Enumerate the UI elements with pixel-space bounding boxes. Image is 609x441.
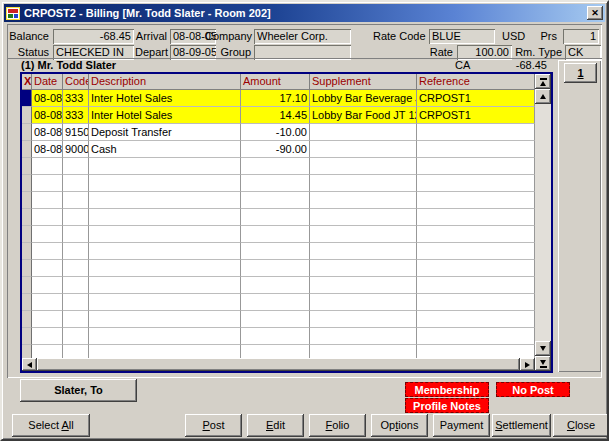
table-row[interactable]: [22, 243, 551, 260]
app-icon[interactable]: [6, 7, 20, 20]
table-row[interactable]: [22, 311, 551, 328]
cell-reference: [417, 345, 535, 358]
scroll-to-top-button[interactable]: [535, 74, 551, 89]
row-selector-cell[interactable]: [22, 124, 32, 141]
horizontal-scroll-thumb[interactable]: [37, 358, 520, 371]
row-selector-cell[interactable]: [22, 107, 32, 124]
cell-reference: [417, 243, 535, 260]
edit-button[interactable]: Edit: [247, 414, 304, 437]
row-selector-cell[interactable]: [22, 243, 32, 260]
scroll-to-bottom-icon: [540, 366, 547, 368]
row-selector-cell[interactable]: [22, 294, 32, 311]
settlement-button[interactable]: Settlement: [492, 414, 551, 437]
cell-date: 08-08: [32, 124, 63, 141]
guest-balance: -68.45: [485, 59, 547, 71]
up-arrow-icon: [540, 81, 546, 86]
left-arrow-icon: [27, 362, 32, 368]
row-selector-cell[interactable]: [22, 345, 32, 358]
select-all-button[interactable]: Select All: [12, 414, 90, 437]
folio-button[interactable]: Folio: [309, 414, 366, 437]
cell-supplement: [310, 141, 417, 158]
row-selector-cell[interactable]: [22, 328, 32, 345]
row-selector-cell[interactable]: [22, 141, 32, 158]
cell-description: [89, 209, 241, 226]
cell-amount: [241, 158, 310, 175]
cell-date: [32, 328, 63, 345]
cell-description: [89, 243, 241, 260]
horizontal-scrollbar[interactable]: [22, 358, 535, 371]
table-row[interactable]: [22, 294, 551, 311]
profile-notes-lamp[interactable]: Profile Notes: [405, 398, 489, 413]
cell-supplement: [310, 345, 417, 358]
table-row[interactable]: 08-089150Deposit Transfer-10.00: [22, 124, 551, 141]
cell-description: [89, 175, 241, 192]
cell-code: [63, 311, 89, 328]
grid-body: 08-08333Inter Hotel Sales17.10Lobby Bar …: [22, 90, 551, 358]
rate-code-field[interactable]: BLUE: [429, 29, 495, 44]
table-row[interactable]: [22, 345, 551, 358]
row-selector-cell[interactable]: [22, 277, 32, 294]
scroll-to-top-icon: [540, 78, 547, 80]
balance-field[interactable]: -68.45: [53, 29, 134, 44]
folio-tab-slater[interactable]: Slater, To: [20, 379, 137, 402]
cell-supplement: [310, 260, 417, 277]
membership-lamp[interactable]: Membership: [405, 382, 489, 397]
company-field[interactable]: Wheeler Corp.: [254, 29, 351, 44]
post-button[interactable]: Post: [185, 414, 242, 437]
scroll-to-bottom-button[interactable]: [535, 356, 551, 371]
cell-reference: [417, 124, 535, 141]
table-row[interactable]: [22, 175, 551, 192]
cell-date: [32, 311, 63, 328]
cell-code: [63, 175, 89, 192]
table-row[interactable]: [22, 328, 551, 345]
cell-code: 9150: [63, 124, 89, 141]
scroll-right-button[interactable]: [520, 358, 535, 371]
cell-supplement: [310, 175, 417, 192]
column-header-x: X: [22, 74, 32, 90]
cell-code: 333: [63, 90, 89, 107]
table-row[interactable]: [22, 277, 551, 294]
table-row[interactable]: [22, 192, 551, 209]
table-row[interactable]: [22, 260, 551, 277]
cell-amount: [241, 226, 310, 243]
cell-code: [63, 158, 89, 175]
vertical-scroll-track[interactable]: [535, 104, 551, 341]
row-selector-cell[interactable]: [22, 192, 32, 209]
options-button[interactable]: Options: [371, 414, 428, 437]
row-selector-cell[interactable]: [22, 311, 32, 328]
table-row[interactable]: 08-089000Cash-90.00: [22, 141, 551, 158]
cell-amount: [241, 243, 310, 260]
currency-label: USD: [502, 29, 530, 44]
vertical-scrollbar[interactable]: [535, 74, 551, 371]
row-selector-cell[interactable]: [22, 209, 32, 226]
scroll-down-button[interactable]: [535, 341, 551, 356]
scroll-up-button[interactable]: [535, 89, 551, 104]
table-row[interactable]: [22, 209, 551, 226]
cell-description: [89, 158, 241, 175]
cell-amount: [241, 311, 310, 328]
cell-amount: [241, 328, 310, 345]
cell-reference: CRPOST1: [417, 107, 535, 124]
cell-date: 08-08: [32, 90, 63, 107]
payment-button[interactable]: Payment: [433, 414, 490, 437]
close-window-button[interactable]: Close: [553, 414, 609, 437]
row-selector-cell[interactable]: [22, 90, 32, 107]
row-selector-cell[interactable]: [22, 226, 32, 243]
arrival-label: Arrival: [135, 29, 167, 44]
prs-field[interactable]: 1: [563, 29, 599, 44]
table-row[interactable]: 08-08333Inter Hotel Sales17.10Lobby Bar …: [22, 90, 551, 107]
window-1-button[interactable]: 1: [564, 63, 597, 83]
close-button[interactable]: ✕: [587, 6, 603, 20]
table-row[interactable]: 08-08333Inter Hotel Sales14.45Lobby Bar …: [22, 107, 551, 124]
table-row[interactable]: [22, 158, 551, 175]
cell-code: 9000: [63, 141, 89, 158]
cell-code: [63, 294, 89, 311]
cell-reference: [417, 226, 535, 243]
cell-reference: [417, 260, 535, 277]
row-selector-cell[interactable]: [22, 175, 32, 192]
down-arrow-icon: [540, 346, 546, 351]
scroll-left-button[interactable]: [22, 358, 37, 371]
row-selector-cell[interactable]: [22, 158, 32, 175]
table-row[interactable]: [22, 226, 551, 243]
row-selector-cell[interactable]: [22, 260, 32, 277]
